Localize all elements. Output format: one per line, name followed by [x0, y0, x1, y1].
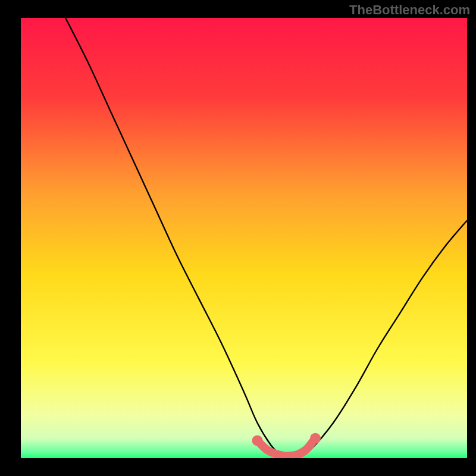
chart-container: TheBottleneck.com: [0, 0, 476, 476]
plot-area: [21, 18, 467, 458]
curve-layer: [21, 18, 467, 458]
watermark-label: TheBottleneck.com: [349, 2, 470, 18]
svg-point-2: [310, 433, 321, 444]
svg-point-1: [252, 435, 263, 446]
trough-highlight: [258, 439, 316, 456]
bottleneck-curve: [65, 18, 467, 458]
